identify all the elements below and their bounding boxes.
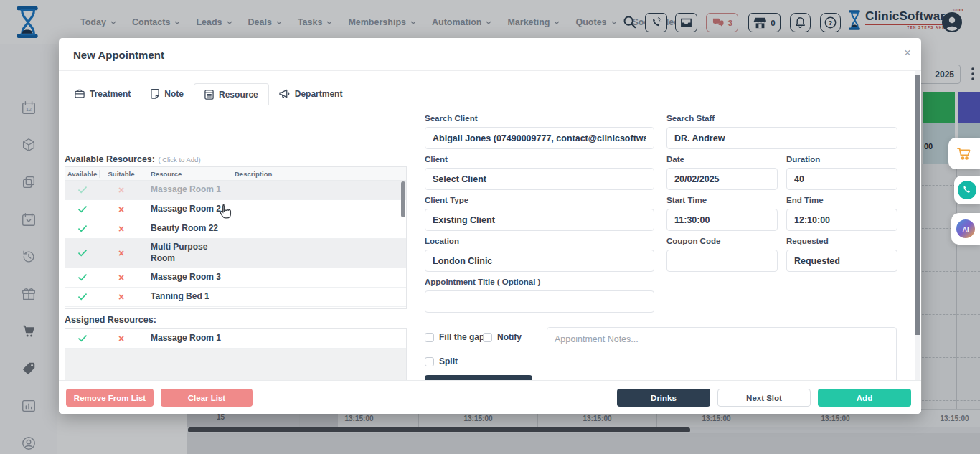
check-icon [65, 293, 100, 301]
available-resources-label: Available Resources: ( Click to Add) [65, 152, 201, 165]
check-icon [65, 225, 100, 232]
quick-ai-button[interactable]: AI [951, 213, 980, 245]
modal-title: New Appointment [73, 49, 164, 61]
notify-checkbox[interactable]: Notify [483, 332, 522, 342]
drinks-button[interactable]: Drinks [617, 389, 710, 407]
modal-scrollbar[interactable] [915, 71, 920, 380]
checkbox-box [425, 333, 434, 342]
table-header: Available Suitable Resource Description [65, 167, 406, 181]
table-row[interactable]: × Tanning Bed 1 [65, 288, 406, 307]
tab-resource[interactable]: Resource [194, 83, 269, 105]
cross-icon: × [118, 204, 124, 214]
next-slot-button[interactable]: Next Slot [717, 389, 811, 407]
coupon-code-input[interactable] [666, 250, 778, 272]
note-icon [151, 89, 159, 99]
client-type-select[interactable] [425, 209, 654, 231]
modal-body: Treatment Note Resource Department Avail… [59, 71, 921, 380]
end-time-input[interactable] [786, 209, 897, 231]
check-icon [65, 335, 100, 342]
location-label: Location [425, 237, 459, 245]
quick-phone-button[interactable] [954, 176, 980, 204]
search-staff-label: Search Staff [666, 114, 715, 123]
tab-note[interactable]: Note [141, 82, 194, 105]
search-client-label: Search Client [425, 114, 478, 123]
client-type-label: Client Type [425, 196, 468, 204]
new-appointment-modal: New Appointment × Treatment Note Resourc… [59, 38, 921, 414]
tab-treatment[interactable]: Treatment [65, 82, 141, 105]
assigned-resources-label: Assigned Resources: [65, 315, 156, 325]
cross-icon: × [118, 185, 124, 195]
table-row[interactable]: × Massage Room 1 [65, 329, 406, 349]
resource-tabbar: Treatment Note Resource Department [65, 82, 407, 105]
cross-icon: × [118, 248, 124, 258]
resource-icon [204, 90, 214, 100]
client-notes-button[interactable]: Client Notes [425, 375, 532, 380]
treatment-icon [75, 89, 85, 98]
cross-icon: × [118, 292, 124, 302]
check-icon [65, 250, 100, 257]
duration-label: Duration [786, 155, 820, 164]
checkbox-box [425, 357, 434, 366]
cross-icon: × [118, 334, 124, 344]
add-button[interactable]: Add [818, 389, 911, 407]
start-time-label: Start Time [666, 196, 707, 204]
fill-the-gap-checkbox[interactable]: Fill the gap [425, 332, 484, 342]
start-time-input[interactable] [666, 209, 778, 231]
search-staff-input[interactable] [666, 127, 897, 149]
table-row[interactable]: × Massage Room 1 [65, 181, 406, 200]
appointment-title-input[interactable] [425, 290, 654, 313]
requested-label: Requested [786, 237, 829, 245]
department-icon [279, 89, 290, 98]
check-icon [65, 206, 100, 213]
end-time-label: End Time [786, 196, 824, 204]
requested-select[interactable] [786, 250, 897, 272]
client-select[interactable] [425, 168, 654, 190]
quick-cart-button[interactable] [948, 138, 980, 169]
appointment-title-label: Appointment Title ( Optional ) [425, 278, 540, 286]
check-icon [65, 274, 100, 281]
search-client-input[interactable] [425, 127, 654, 149]
svg-text:AI: AI [963, 226, 969, 233]
cross-icon: × [118, 273, 124, 283]
available-resources-table: Available Suitable Resource Description … [65, 166, 407, 309]
checkbox-box [483, 333, 492, 342]
split-checkbox[interactable]: Split [425, 356, 458, 366]
client-label: Client [425, 155, 448, 164]
modal-header: New Appointment × [59, 38, 921, 71]
table-row[interactable]: × Massage Room 2 [65, 200, 406, 219]
cross-icon: × [118, 224, 124, 234]
date-input[interactable] [666, 168, 778, 190]
modal-scrollbar-thumb[interactable] [915, 75, 920, 335]
check-icon [65, 186, 100, 194]
table-row[interactable]: × Massage Room 3 [65, 268, 406, 288]
close-icon[interactable]: × [904, 47, 911, 59]
duration-input[interactable] [786, 168, 897, 190]
table-row[interactable]: × Multi Purpose Room [65, 239, 406, 268]
date-label: Date [666, 155, 684, 164]
table-row[interactable]: × Beauty Room 22 [65, 219, 406, 239]
cart-orange-icon [956, 145, 973, 162]
location-select[interactable] [425, 250, 654, 272]
ai-icon: AI [955, 218, 976, 240]
tab-department[interactable]: Department [269, 82, 353, 105]
table-scrollbar-thumb[interactable] [401, 181, 405, 217]
clear-list-button[interactable]: Clear List [161, 389, 253, 407]
phone-teal-icon [958, 181, 976, 199]
coupon-code-label: Coupon Code [666, 237, 720, 245]
remove-from-list-button[interactable]: Remove From List [66, 389, 154, 407]
appointment-notes-textarea[interactable] [547, 327, 897, 380]
modal-footer: Remove From List Clear List Drinks Next … [59, 380, 921, 414]
assigned-resources-table: × Massage Room 1 [65, 328, 407, 380]
